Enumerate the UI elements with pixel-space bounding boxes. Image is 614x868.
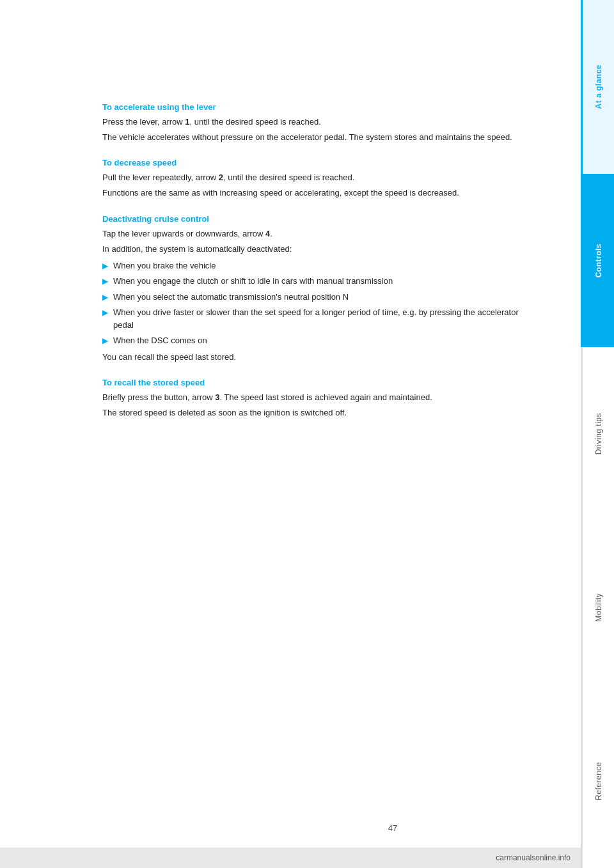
sidebar-tab-label-reference: Reference bbox=[594, 762, 603, 800]
section-body-recall: Briefly press the button, arrow 3. The s… bbox=[102, 391, 530, 419]
bullet-text-clutch: When you engage the clutch or shift to i… bbox=[113, 275, 393, 288]
para-accelerate-2: The vehicle accelerates without pressure… bbox=[102, 131, 530, 144]
para-recall-intro: You can recall the speed last stored. bbox=[102, 351, 530, 364]
para-recall-1: Briefly press the button, arrow 3. The s… bbox=[102, 391, 530, 404]
deactivating-bullet-list: ▶ When you brake the vehicle ▶ When you … bbox=[102, 260, 530, 347]
section-title-deactivating: Deactivating cruise control bbox=[102, 214, 530, 224]
bullet-arrow-icon: ▶ bbox=[102, 335, 108, 346]
section-body-decrease: Pull the lever repeatedly, arrow 2, unti… bbox=[102, 171, 530, 199]
bullet-text-neutral: When you select the automatic transmissi… bbox=[113, 291, 349, 304]
sidebar-tab-label-driving-tips: Driving tips bbox=[594, 413, 603, 454]
sidebar-tab-controls[interactable]: Controls bbox=[581, 174, 614, 348]
sidebar-tab-reference[interactable]: Reference bbox=[581, 694, 614, 868]
bullet-text-dsc: When the DSC comes on bbox=[113, 334, 207, 347]
bullet-arrow-icon: ▶ bbox=[102, 307, 108, 318]
sidebar-tab-driving-tips[interactable]: Driving tips bbox=[581, 347, 614, 521]
bullet-arrow-icon: ▶ bbox=[102, 275, 108, 287]
section-body-deactivating: Tap the lever upwards or downwards, arro… bbox=[102, 228, 530, 364]
bullet-item-clutch: ▶ When you engage the clutch or shift to… bbox=[102, 275, 530, 288]
sidebar-tab-mobility[interactable]: Mobility bbox=[581, 521, 614, 695]
para-deactivating-1: Tap the lever upwards or downwards, arro… bbox=[102, 228, 530, 240]
main-content: To accelerate using the lever Press the … bbox=[0, 0, 581, 868]
section-title-recall: To recall the stored speed bbox=[102, 378, 530, 387]
section-title-accelerate: To accelerate using the lever bbox=[102, 102, 530, 112]
para-decrease-1: Pull the lever repeatedly, arrow 2, unti… bbox=[102, 171, 530, 184]
watermark-text: carmanualsonline.info bbox=[496, 853, 571, 862]
bullet-item-dsc: ▶ When the DSC comes on bbox=[102, 334, 530, 347]
section-accelerate-lever: To accelerate using the lever Press the … bbox=[102, 102, 530, 144]
section-body-accelerate: Press the lever, arrow 1, until the desi… bbox=[102, 116, 530, 144]
bullet-item-brake: ▶ When you brake the vehicle bbox=[102, 260, 530, 272]
bullet-item-faster: ▶ When you drive faster or slower than t… bbox=[102, 306, 530, 331]
page-wrapper: To accelerate using the lever Press the … bbox=[0, 0, 614, 868]
sidebar-tab-label-controls: Controls bbox=[594, 244, 603, 277]
sidebar-tab-label-at-a-glance: At a glance bbox=[594, 65, 603, 109]
bullet-text-faster: When you drive faster or slower than the… bbox=[113, 306, 530, 331]
sidebar: At a glance Controls Driving tips Mobili… bbox=[581, 0, 614, 868]
section-deactivating: Deactivating cruise control Tap the leve… bbox=[102, 214, 530, 364]
para-accelerate-1: Press the lever, arrow 1, until the desi… bbox=[102, 116, 530, 128]
para-recall-2: The stored speed is deleted as soon as t… bbox=[102, 407, 530, 419]
para-decrease-2: Functions are the same as with increasin… bbox=[102, 187, 530, 199]
bottom-bar: carmanualsonline.info bbox=[0, 848, 581, 868]
section-title-decrease: To decrease speed bbox=[102, 158, 530, 167]
page-number: 47 bbox=[102, 823, 614, 833]
sidebar-tab-label-mobility: Mobility bbox=[594, 593, 603, 622]
section-recall-speed: To recall the stored speed Briefly press… bbox=[102, 378, 530, 419]
para-deactivating-2: In addition, the system is automatically… bbox=[102, 243, 530, 256]
bullet-item-neutral: ▶ When you select the automatic transmis… bbox=[102, 291, 530, 304]
section-decrease-speed: To decrease speed Pull the lever repeate… bbox=[102, 158, 530, 199]
sidebar-tab-at-a-glance[interactable]: At a glance bbox=[581, 0, 614, 174]
bullet-text-brake: When you brake the vehicle bbox=[113, 260, 216, 272]
bullet-arrow-icon: ▶ bbox=[102, 291, 108, 303]
bullet-arrow-icon: ▶ bbox=[102, 260, 108, 272]
